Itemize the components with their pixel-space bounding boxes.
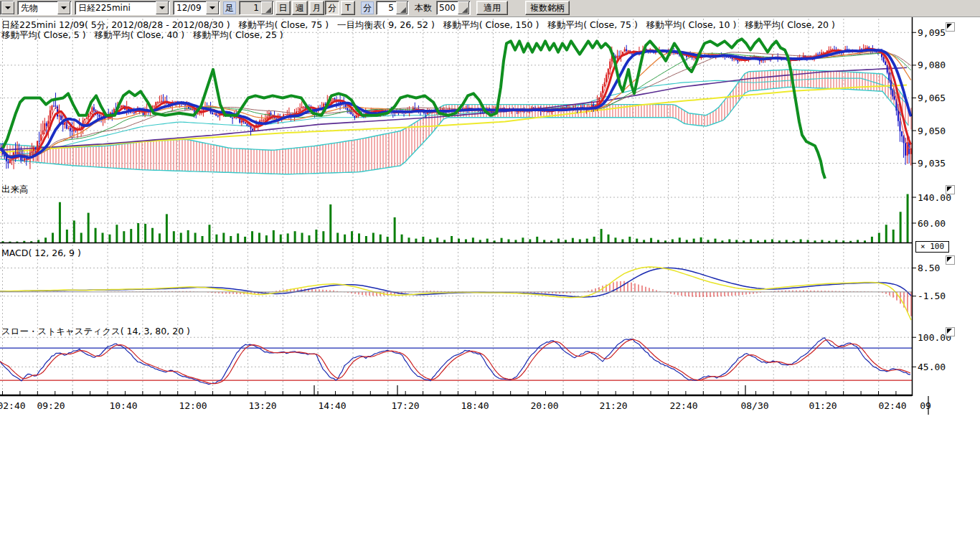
chart-region: 9,0959,0809,0659,0509,035140.0060.008.50… bbox=[0, 17, 980, 551]
bars-stepper[interactable]: 500 bbox=[436, 1, 471, 15]
macd-axis-label: 8.50 bbox=[918, 263, 940, 273]
spinner-icon[interactable] bbox=[396, 1, 407, 14]
minute-value: 5 bbox=[377, 1, 395, 14]
price-panel-scale-button[interactable] bbox=[946, 22, 955, 32]
time-axis-label: 13:20 bbox=[248, 400, 276, 411]
bars-value: 500 bbox=[437, 1, 457, 14]
time-axis-label: 17:20 bbox=[391, 400, 419, 411]
partial-combo-fragment[interactable] bbox=[0, 1, 14, 15]
price-axis-label: 9,065 bbox=[918, 93, 946, 103]
volume-panel bbox=[2, 194, 909, 243]
instrument-type-value: 先物 bbox=[18, 1, 57, 14]
time-axis-label: 08/30 bbox=[740, 400, 768, 411]
candle-wicks bbox=[1, 44, 910, 169]
ashi-interval-stepper[interactable]: 1 bbox=[239, 1, 274, 15]
macd-panel bbox=[0, 267, 911, 320]
contract-month-select[interactable]: 12/09 bbox=[173, 1, 220, 15]
volume-axis-label: 60.00 bbox=[918, 218, 946, 229]
chevron-down-icon[interactable] bbox=[57, 1, 70, 14]
time-axis-label: 18:40 bbox=[461, 400, 489, 411]
spinner-icon[interactable] bbox=[261, 1, 273, 14]
charting-app: 先物 日経225mini 12/09 足 1 日 週 月 分 T 分 5 本数 … bbox=[0, 0, 980, 551]
candle-bodies bbox=[0, 47, 911, 164]
time-axis-label: 21:20 bbox=[599, 400, 627, 411]
period-monthly-button[interactable]: 月 bbox=[309, 1, 324, 15]
price-axis-label: 9,035 bbox=[918, 158, 946, 169]
stoch-panel-scale-button[interactable] bbox=[946, 327, 955, 336]
time-axis-label: 12:00 bbox=[179, 400, 207, 411]
apply-button[interactable]: 適用 bbox=[476, 1, 508, 15]
chevron-down-icon[interactable] bbox=[156, 1, 169, 14]
instrument-type-select[interactable]: 先物 bbox=[17, 1, 72, 15]
multi-symbol-button[interactable]: 複数銘柄 bbox=[525, 1, 570, 15]
period-minute-button[interactable]: 分 bbox=[325, 1, 339, 15]
price-axis-label: 9,095 bbox=[918, 27, 946, 38]
price-axis-label: 9,080 bbox=[918, 60, 946, 70]
minute-stepper[interactable]: 5 bbox=[376, 1, 409, 15]
spinner-icon[interactable] bbox=[458, 1, 469, 14]
resize-nw-icon bbox=[947, 187, 952, 192]
ichimoku-cloud-hatch bbox=[1, 70, 911, 174]
time-axis-label: 09 bbox=[920, 400, 931, 411]
macd-axis-label: -1.50 bbox=[918, 291, 946, 301]
volume-panel-label: 出来高 bbox=[1, 184, 29, 196]
price-panel bbox=[0, 39, 912, 179]
stoch-axis-label: 45.00 bbox=[918, 362, 946, 372]
time-axis-label: 20:00 bbox=[530, 400, 558, 411]
contract-month-value: 12/09 bbox=[174, 1, 205, 14]
resize-nw-icon bbox=[947, 257, 952, 262]
minute-label: 分 bbox=[361, 1, 374, 14]
stochastics-panel bbox=[0, 338, 912, 385]
gridlines bbox=[0, 19, 912, 395]
plot-svg: 9,0959,0809,0659,0509,035140.0060.008.50… bbox=[0, 17, 980, 551]
scale-multiplier-box: × 100 bbox=[915, 241, 949, 253]
chart-legend-line2: 移動平均( Close, 5 ) 移動平均( Close, 40 ) 移動平均(… bbox=[1, 29, 283, 42]
period-weekly-button[interactable]: 週 bbox=[292, 1, 308, 15]
resize-nw-icon bbox=[947, 329, 952, 334]
instrument-select[interactable]: 日経225mini bbox=[75, 1, 170, 15]
macd-panel-label: MACD( 12, 26, 9 ) bbox=[1, 248, 81, 258]
ashi-label: 足 bbox=[223, 1, 236, 14]
toolbar: 先物 日経225mini 12/09 足 1 日 週 月 分 T 分 5 本数 … bbox=[0, 0, 980, 17]
macd-panel-scale-button[interactable] bbox=[946, 255, 955, 265]
period-daily-button[interactable]: 日 bbox=[275, 1, 291, 15]
stoch-panel-label: スロー・ストキャスティクス( 14, 3, 80, 20 ) bbox=[1, 326, 190, 338]
instrument-value: 日経225mini bbox=[75, 1, 155, 14]
resize-nw-icon bbox=[947, 24, 952, 29]
period-tick-button[interactable]: T bbox=[341, 1, 355, 15]
time-axis-label: 10:40 bbox=[109, 400, 137, 411]
volume-panel-scale-button[interactable] bbox=[946, 185, 955, 194]
time-axis-label: 14:40 bbox=[318, 400, 346, 411]
time-axis-label: 09:20 bbox=[37, 400, 65, 411]
time-axis-label: 02:40 bbox=[0, 400, 26, 411]
time-axis-label: 02:40 bbox=[878, 400, 906, 411]
bars-label: 本数 bbox=[415, 1, 432, 15]
ashi-interval-value: 1 bbox=[240, 1, 260, 14]
time-axis-label: 22:40 bbox=[669, 400, 697, 411]
chevron-down-icon[interactable] bbox=[1, 1, 14, 14]
price-axis-label: 9,050 bbox=[918, 126, 946, 136]
chevron-down-icon[interactable] bbox=[206, 1, 219, 14]
time-axis-label: 01:20 bbox=[809, 400, 837, 411]
